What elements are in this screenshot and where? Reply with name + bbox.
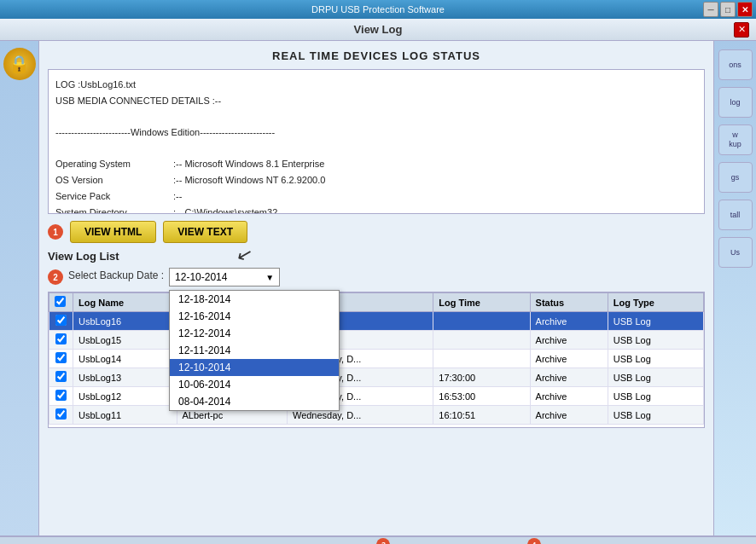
log-usb-label: USB MEDIA CONNECTED DETAILS :--	[55, 93, 697, 109]
export-text-container: 4 TXT Export toText	[489, 538, 579, 544]
table-row[interactable]: UsbLog15 ALbert-pc Wednes... Archive USB…	[49, 331, 704, 350]
sidebar-item-1[interactable]: log	[718, 87, 753, 118]
table-row[interactable]: UsbLog14 ALbert-pc Wednesday, D... Archi…	[49, 350, 704, 368]
step3-badge: 3	[376, 538, 390, 544]
cell-status: Archive	[530, 312, 608, 331]
app-title-bar: DRPU USB Protection Software ─ □ ✕	[0, 0, 756, 19]
sys-dir-label: System Directory	[55, 205, 166, 215]
log-table-wrapper[interactable]: Log Name User Name Log Date Log Time Sta…	[48, 292, 705, 428]
step1-badge: 1	[48, 224, 63, 240]
col-log-name: Log Name	[73, 293, 177, 312]
cell-log-name: UsbLog13	[73, 368, 177, 387]
date-dropdown-container: ↙ 12-10-2014 ▼ 12-18-2014 12-16-2014 12-…	[169, 268, 280, 286]
select-date-row: 2 Select Backup Date : ↙ 12-10-2014 ▼ 12…	[48, 268, 705, 286]
cell-status: Archive	[530, 368, 608, 387]
col-log-type: Log Type	[608, 293, 703, 312]
table-row[interactable]: UsbLog13 ALbert-pc Wednesday, D... 17:30…	[49, 368, 704, 387]
table-row[interactable]: UsbLog12 ALbert-pc Wednesday, D... 16:53…	[49, 387, 704, 406]
log-file-line: LOG :UsbLog16.txt	[55, 77, 697, 93]
date-dropdown-list: 12-18-2014 12-16-2014 12-12-2014 12-11-2…	[169, 290, 340, 411]
cell-log-name: UsbLog14	[73, 350, 177, 368]
log-table: Log Name User Name Log Date Log Time Sta…	[49, 292, 704, 425]
cell-log-name: UsbLog12	[73, 387, 177, 406]
selected-date-value: 12-10-2014	[175, 271, 227, 283]
dialog-close-button[interactable]: ✕	[734, 22, 749, 38]
main-content: REAL TIME DEVICES LOG STATUS LOG :UsbLog…	[39, 41, 713, 535]
sp-label: Service Pack	[55, 188, 166, 205]
close-button[interactable]: ✕	[737, 2, 753, 17]
os-value: :-- Microsoft Windows 8.1 Enterprise	[173, 156, 324, 172]
select-date-label: Select Backup Date :	[68, 269, 164, 281]
dropdown-item-1[interactable]: 12-16-2014	[170, 308, 339, 325]
cell-log-type: USB Log	[608, 312, 703, 331]
app-title: DRPU USB Protection Software	[311, 4, 445, 14]
sys-dir-value: :-- C:\Windows\system32	[173, 205, 277, 215]
cell-log-type: USB Log	[608, 368, 703, 387]
row-checkbox[interactable]	[55, 371, 67, 382]
dropdown-item-5[interactable]: 10-06-2014	[170, 376, 339, 393]
bottom-bar: ↻ Refresh ✕ Clear Log 3 HTML Export toHT…	[0, 535, 756, 544]
cell-log-type: USB Log	[608, 331, 703, 350]
dialog-title: View Log	[354, 23, 403, 36]
step2-badge: 2	[48, 269, 63, 285]
sp-value: :--	[173, 188, 182, 205]
export-html-container: 3 HTML Export toHTML	[335, 538, 433, 544]
row-checkbox[interactable]	[55, 408, 67, 420]
sidebar-item-2[interactable]: wkup	[718, 124, 753, 155]
sidebar-item-4[interactable]: tall	[718, 200, 753, 230]
cell-status: Archive	[530, 406, 608, 425]
os-ver-label: OS Version	[55, 172, 166, 188]
table-row[interactable]: UsbLog16 ALbert-pc Wednes... Archive USB…	[49, 312, 704, 331]
maximize-button[interactable]: □	[720, 2, 736, 17]
cell-status: Archive	[530, 331, 608, 350]
cell-log-name: UsbLog15	[73, 331, 177, 350]
log-text-area[interactable]: LOG :UsbLog16.txt USB MEDIA CONNECTED DE…	[48, 69, 705, 214]
dropdown-item-0[interactable]: 12-18-2014	[170, 291, 339, 308]
select-all-checkbox[interactable]	[55, 296, 66, 307]
page-heading: REAL TIME DEVICES LOG STATUS	[48, 49, 705, 62]
right-sidebar: ons log wkup gs tall Us	[713, 41, 756, 535]
os-label: Operating System	[55, 156, 166, 172]
cell-log-time	[433, 312, 530, 331]
table-row[interactable]: UsbLog11 ALbert-pc Wednesday, D... 16:10…	[49, 406, 704, 425]
app-logo: 🔒	[3, 48, 36, 80]
cell-log-time: 16:10:51	[433, 406, 530, 425]
arrow-hint: ↙	[235, 242, 255, 268]
cell-log-type: USB Log	[608, 406, 703, 425]
cell-log-time	[433, 350, 530, 368]
cell-log-type: USB Log	[608, 350, 703, 368]
log-separator: ------------------------Windows Edition-…	[55, 124, 697, 141]
cell-log-type: USB Log	[608, 387, 703, 406]
cell-status: Archive	[530, 350, 608, 368]
sidebar-item-5[interactable]: Us	[718, 237, 753, 268]
row-checkbox[interactable]	[55, 315, 67, 326]
cell-log-name: UsbLog16	[73, 312, 177, 331]
cell-log-time: 16:53:00	[433, 387, 530, 406]
step4-badge: 4	[527, 538, 541, 544]
dropdown-arrow-icon: ▼	[265, 273, 274, 282]
dialog-title-bar: View Log ✕	[0, 19, 756, 41]
cell-log-time: 17:30:00	[433, 368, 530, 387]
dropdown-item-3[interactable]: 12-11-2014	[170, 342, 339, 359]
dropdown-item-4[interactable]: 12-10-2014	[170, 359, 339, 376]
row-checkbox[interactable]	[55, 333, 67, 344]
minimize-button[interactable]: ─	[703, 2, 718, 17]
row-checkbox[interactable]	[55, 352, 67, 363]
dropdown-item-2[interactable]: 12-12-2014	[170, 325, 339, 342]
sidebar-item-0[interactable]: ons	[718, 49, 753, 80]
date-dropdown-btn[interactable]: 12-10-2014 ▼	[169, 268, 280, 286]
cell-status: Archive	[530, 387, 608, 406]
col-log-time: Log Time	[433, 293, 530, 312]
dropdown-item-6[interactable]: 08-04-2014	[170, 393, 339, 410]
col-status: Status	[530, 293, 608, 312]
view-buttons-row: 1 VIEW HTML VIEW TEXT	[48, 221, 705, 243]
sidebar-item-3[interactable]: gs	[718, 162, 753, 193]
view-log-list-title: View Log List	[48, 250, 705, 263]
left-sidebar: 🔒	[0, 41, 39, 535]
cell-log-time	[433, 331, 530, 350]
os-ver-value: :-- Microsoft Windows NT 6.2.9200.0	[173, 172, 325, 188]
cell-log-name: UsbLog11	[73, 406, 177, 425]
view-text-button[interactable]: VIEW TEXT	[163, 221, 247, 243]
view-html-button[interactable]: VIEW HTML	[70, 221, 156, 243]
row-checkbox[interactable]	[55, 390, 67, 401]
